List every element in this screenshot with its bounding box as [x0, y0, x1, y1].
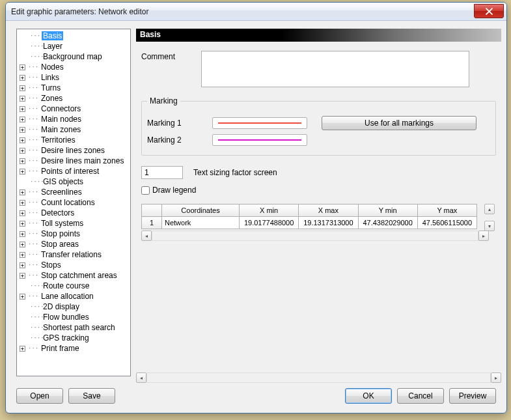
grid-cell[interactable]: 47.4382029000: [358, 217, 417, 229]
expand-icon[interactable]: +: [20, 200, 25, 206]
tree-item[interactable]: +···Turns: [17, 83, 130, 93]
category-tree[interactable]: ····Basis····Layer····Background map+···…: [17, 29, 130, 354]
tree-item[interactable]: ····Shortest path search: [17, 322, 130, 333]
tree-item[interactable]: +···Count locations: [17, 197, 130, 208]
expand-icon[interactable]: +: [20, 221, 25, 227]
expand-icon[interactable]: +: [20, 294, 25, 300]
grid-header-cell[interactable]: Y max: [417, 204, 476, 217]
tree-item[interactable]: +···Toll systems: [17, 218, 130, 229]
use-for-all-button[interactable]: Use for all markings: [322, 116, 476, 130]
grid-header-cell[interactable]: X max: [299, 204, 358, 217]
panel-hscroll[interactable]: ◂ ▸: [136, 372, 501, 383]
grid-cell[interactable]: 19.1317313000: [299, 217, 358, 229]
tree-item[interactable]: ····Background map: [17, 51, 130, 62]
grid-header-cell[interactable]: X min: [240, 204, 299, 217]
tree-item[interactable]: ····Route course: [17, 281, 130, 291]
expand-icon[interactable]: +: [20, 148, 25, 154]
tree-branch-icon: ···: [28, 199, 40, 206]
table-row[interactable]: 1Network19.017748800019.131731300047.438…: [142, 217, 477, 229]
expand-icon[interactable]: +: [20, 137, 25, 143]
tree-item[interactable]: ····Flow bundles: [17, 312, 130, 322]
tree-item[interactable]: +···Connectors: [17, 104, 130, 114]
expand-icon[interactable]: +: [20, 346, 25, 352]
tree-branch-icon: ···: [28, 126, 40, 133]
save-button[interactable]: Save: [68, 388, 115, 404]
tree-item[interactable]: +···Stop catchment areas: [17, 270, 130, 281]
marking1-sample[interactable]: [212, 117, 307, 129]
marking2-sample[interactable]: [212, 134, 307, 146]
scroll-left-icon[interactable]: ◂: [141, 231, 152, 241]
tree-branch-icon: ····: [30, 53, 42, 60]
tree-item[interactable]: +···Zones: [17, 93, 130, 104]
tree-item[interactable]: ····GIS objects: [17, 176, 130, 187]
hscroll-track[interactable]: [152, 231, 478, 241]
tree-item[interactable]: ····Layer: [17, 41, 130, 51]
panel-scroll-right-icon[interactable]: ▸: [491, 372, 501, 383]
expand-icon[interactable]: +: [20, 189, 25, 195]
tree-item[interactable]: +···Lane allocation: [17, 291, 130, 301]
tree-item[interactable]: ····Basis: [17, 31, 130, 41]
expand-icon[interactable]: +: [20, 231, 25, 237]
grid-cell[interactable]: 1: [142, 217, 162, 229]
tree-item[interactable]: +···Points of interest: [17, 166, 130, 176]
expand-icon[interactable]: +: [20, 242, 25, 247]
marking1-row: Marking 1 Use for all markings: [147, 116, 490, 130]
tree-item[interactable]: +···Main nodes: [17, 114, 130, 124]
grid-cell[interactable]: 47.5606115000: [417, 217, 476, 229]
grid-vscroll[interactable]: ▴ ▾: [484, 204, 496, 231]
comment-label: Comment: [141, 51, 201, 61]
expand-icon[interactable]: +: [20, 252, 25, 258]
preview-button[interactable]: Preview: [449, 388, 496, 404]
draw-legend-checkbox[interactable]: [141, 186, 150, 195]
text-sizing-input[interactable]: [141, 166, 183, 179]
expand-icon[interactable]: +: [20, 117, 25, 122]
scroll-down-icon[interactable]: ▾: [484, 221, 495, 231]
scroll-right-icon[interactable]: ▸: [478, 231, 489, 241]
tree-item[interactable]: +···Stops: [17, 260, 130, 270]
grid-header-cell[interactable]: [142, 204, 162, 217]
tree-item[interactable]: ····GPS tracking: [17, 333, 130, 343]
marking2-line: [218, 139, 301, 141]
expand-icon[interactable]: +: [20, 169, 25, 175]
expand-icon[interactable]: +: [20, 273, 25, 279]
expand-icon[interactable]: +: [20, 75, 25, 81]
expand-icon[interactable]: +: [20, 127, 25, 133]
expand-icon[interactable]: +: [20, 262, 25, 268]
expand-icon[interactable]: +: [20, 85, 25, 91]
grid-header-cell[interactable]: Y min: [358, 204, 417, 217]
expand-icon[interactable]: +: [20, 96, 25, 102]
tree-item[interactable]: +···Print frame: [17, 343, 130, 354]
tree-item[interactable]: +···Screenlines: [17, 187, 130, 197]
comment-input[interactable]: [201, 51, 469, 87]
tree-item[interactable]: +···Stop areas: [17, 239, 130, 249]
tree-item[interactable]: +···Stop points: [17, 229, 130, 239]
coordinates-grid[interactable]: CoordinatesX minX maxY minY max 1Network…: [141, 204, 477, 229]
tree-item[interactable]: +···Main zones: [17, 124, 130, 135]
tree-item[interactable]: +···Desire lines zones: [17, 145, 130, 156]
tree-item[interactable]: +···Desire lines main zones: [17, 156, 130, 166]
expand-icon[interactable]: +: [20, 106, 25, 112]
scroll-up-icon[interactable]: ▴: [484, 204, 495, 214]
panel-scroll-left-icon[interactable]: ◂: [136, 372, 146, 383]
expand-icon[interactable]: +: [20, 64, 25, 70]
grid-cell[interactable]: 19.0177488000: [240, 217, 299, 229]
tree-item[interactable]: +···Nodes: [17, 62, 130, 72]
close-button[interactable]: [474, 4, 504, 18]
tree-item[interactable]: ····2D display: [17, 301, 130, 312]
tree-branch-icon: ···: [28, 105, 40, 112]
expand-icon[interactable]: +: [20, 158, 25, 164]
panel-hscroll-track[interactable]: [146, 372, 491, 383]
draw-legend-label[interactable]: Draw legend: [152, 186, 196, 195]
tree-branch-icon: ···: [28, 64, 40, 70]
grid-hscroll[interactable]: ◂ ▸: [141, 231, 489, 241]
cancel-button[interactable]: Cancel: [397, 388, 444, 404]
expand-icon[interactable]: +: [20, 210, 25, 216]
grid-cell[interactable]: Network: [162, 217, 240, 229]
tree-item[interactable]: +···Transfer relations: [17, 249, 130, 260]
tree-item[interactable]: +···Territories: [17, 135, 130, 145]
tree-item[interactable]: +···Links: [17, 72, 130, 83]
grid-header-cell[interactable]: Coordinates: [162, 204, 240, 217]
ok-button[interactable]: OK: [345, 388, 392, 404]
tree-item[interactable]: +···Detectors: [17, 208, 130, 218]
open-button[interactable]: Open: [16, 388, 63, 404]
